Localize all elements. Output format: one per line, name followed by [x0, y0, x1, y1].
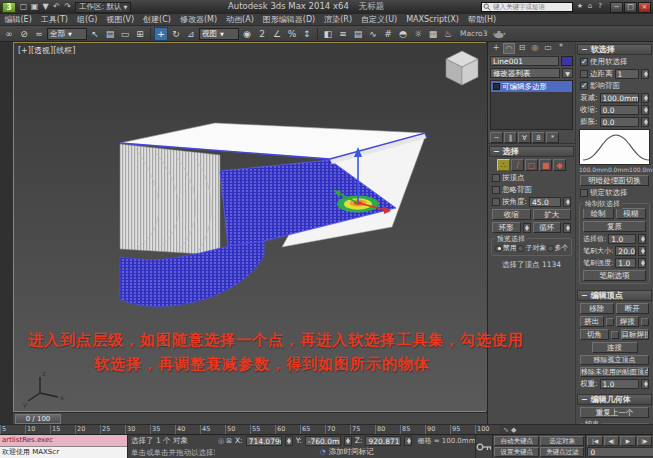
- repeat-last-button[interactable]: 重复上一个: [580, 407, 649, 418]
- preview-multiple-radio[interactable]: [547, 245, 554, 252]
- select-object-icon[interactable]: ↖: [88, 27, 102, 41]
- percent-snap-icon[interactable]: %: [285, 27, 299, 41]
- tab-utilities[interactable]: *: [555, 43, 567, 54]
- vertex-subobject-icon[interactable]: ∴: [497, 159, 510, 171]
- open-mini-curve-editor-icon[interactable]: ∿: [503, 426, 509, 434]
- edge-subobject-icon[interactable]: /: [511, 159, 524, 171]
- falloff-field[interactable]: 100.0mm: [600, 93, 639, 103]
- next-frame-button[interactable]: |▶: [637, 436, 652, 446]
- menu-item[interactable]: 帮助(H): [463, 14, 500, 25]
- menu-item[interactable]: 修改器(M): [175, 14, 221, 25]
- tab-motion[interactable]: ◎: [529, 43, 541, 54]
- remove-modifier-icon[interactable]: 8: [532, 132, 545, 143]
- layer-manager-icon[interactable]: ▤: [351, 27, 365, 41]
- selection-lock-icon[interactable]: ⊠: [226, 437, 232, 445]
- current-frame-field[interactable]: 0: [587, 447, 653, 457]
- select-and-rotate-icon[interactable]: ↻: [169, 27, 183, 41]
- macro-recorder-line[interactable]: artlistRes.exec: [0, 435, 127, 447]
- tab-display[interactable]: ▭: [542, 43, 554, 54]
- show-end-result-icon[interactable]: ‖: [504, 132, 517, 143]
- revert-button[interactable]: 复原: [583, 221, 646, 232]
- menu-item[interactable]: 自定义(U): [357, 14, 402, 25]
- y-coordinate-field[interactable]: -760.0mm: [305, 436, 341, 446]
- selection-value-field[interactable]: 1.0: [608, 234, 636, 244]
- material-editor-icon[interactable]: ◓: [396, 27, 410, 41]
- menu-item[interactable]: 动画(A): [222, 14, 259, 25]
- grow-button[interactable]: 扩大: [533, 209, 572, 220]
- time-slider[interactable]: 0 / 100: [13, 412, 487, 424]
- menu-item[interactable]: 工具(T): [36, 14, 72, 25]
- weight-field[interactable]: 1.0: [600, 379, 639, 389]
- mirror-icon[interactable]: ◧: [321, 27, 335, 41]
- paint-button[interactable]: 绘制: [583, 208, 614, 219]
- chamfer-button[interactable]: 切角: [580, 329, 609, 340]
- set-keys-button[interactable]: [475, 435, 493, 458]
- new-scene-icon[interactable]: ▢: [18, 2, 29, 13]
- communication-center-icon[interactable]: ⌂: [585, 2, 595, 12]
- falloff-spinner[interactable]: [641, 93, 649, 103]
- unlink-selection-icon[interactable]: ⊘: [17, 27, 31, 41]
- selection-rollout-header[interactable]: −选择: [489, 146, 574, 157]
- chevron-down-icon[interactable]: ▼: [562, 68, 573, 78]
- polygon-subobject-icon[interactable]: ■: [539, 159, 552, 171]
- menu-item[interactable]: 视图(V): [102, 14, 139, 25]
- target-weld-button[interactable]: 目标焊接: [621, 329, 650, 340]
- pinch-field[interactable]: 0.0: [600, 105, 639, 115]
- by-angle-checkbox[interactable]: [492, 198, 500, 206]
- stack-item-editable-poly[interactable]: 可编辑多边形: [491, 81, 572, 92]
- save-file-icon[interactable]: ▼: [40, 2, 51, 13]
- render-production-icon[interactable]: ♨: [441, 27, 455, 41]
- rendered-frame-icon[interactable]: ▦: [426, 27, 440, 41]
- shrink-button[interactable]: 收缩: [492, 209, 531, 220]
- ignore-backfacing-checkbox[interactable]: [492, 186, 500, 194]
- element-subobject-icon[interactable]: ◆: [553, 159, 566, 171]
- menu-item[interactable]: 创建(C): [139, 14, 176, 25]
- minimize-button[interactable]: −: [610, 2, 623, 13]
- border-subobject-icon[interactable]: ▢: [525, 159, 538, 171]
- z-spinner[interactable]: [404, 436, 412, 446]
- bubble-spinner[interactable]: [641, 117, 649, 127]
- go-to-start-button[interactable]: |◀: [587, 436, 602, 446]
- weld-settings-icon[interactable]: [641, 318, 649, 326]
- search-star-icon[interactable]: ★: [575, 2, 585, 12]
- add-time-tag[interactable]: 添加时间标记: [329, 447, 374, 457]
- bind-to-space-warp-icon[interactable]: ≈: [32, 27, 46, 41]
- help-icon[interactable]: ?: [595, 2, 605, 12]
- brush-options-button[interactable]: 笔刷选项: [583, 270, 646, 281]
- menu-item[interactable]: 组(G): [72, 14, 101, 25]
- preview-subobj-radio[interactable]: [517, 245, 524, 252]
- select-and-scale-icon[interactable]: ⊿: [184, 27, 198, 41]
- undo-icon[interactable]: ↶: [51, 2, 62, 13]
- maximize-button[interactable]: □: [624, 2, 637, 13]
- make-unique-icon[interactable]: ∀: [518, 132, 531, 143]
- edit-geometry-header[interactable]: −编辑几何体: [577, 394, 652, 405]
- menu-item[interactable]: 编辑(E): [0, 14, 36, 25]
- pinch-spinner[interactable]: [641, 105, 649, 115]
- time-slider-handle[interactable]: 0 / 100: [15, 414, 61, 424]
- pin-stack-icon[interactable]: −: [490, 132, 503, 143]
- window-crossing-icon[interactable]: ⊞: [133, 27, 147, 41]
- search-input[interactable]: [491, 3, 572, 11]
- render-setup-icon[interactable]: ☼: [411, 27, 425, 41]
- curve-editor-icon[interactable]: ∿: [366, 27, 380, 41]
- brush-size-spinner[interactable]: [638, 246, 646, 256]
- align-icon[interactable]: ≡: [336, 27, 350, 41]
- affect-backfacing-checkbox[interactable]: [580, 82, 588, 90]
- perspective-viewport[interactable]: [+][透视][线框]: [13, 42, 486, 412]
- menu-item[interactable]: 渲染(R): [320, 14, 357, 25]
- connect-button[interactable]: 连接: [592, 342, 638, 353]
- edge-distance-checkbox[interactable]: [580, 70, 588, 78]
- weld-button[interactable]: 焊接: [616, 316, 640, 327]
- menu-item[interactable]: MAXScript(X): [402, 15, 464, 24]
- spinner-snap-icon[interactable]: ↕: [300, 27, 314, 41]
- use-pivot-point-icon[interactable]: ◉: [240, 27, 254, 41]
- brush-strength-spinner[interactable]: [638, 258, 646, 268]
- max-logo-icon[interactable]: 3: [2, 2, 16, 13]
- key-mode-icon[interactable]: ◆: [511, 426, 516, 434]
- extrude-button[interactable]: 挤出: [580, 316, 604, 327]
- select-and-move-icon[interactable]: +: [154, 27, 168, 41]
- brush-size-field[interactable]: 20.0mm: [615, 246, 636, 256]
- menu-item[interactable]: 图形编辑器(D): [258, 14, 319, 25]
- teapot-icon[interactable]: [492, 29, 506, 39]
- tab-modify[interactable]: ◠: [503, 43, 515, 54]
